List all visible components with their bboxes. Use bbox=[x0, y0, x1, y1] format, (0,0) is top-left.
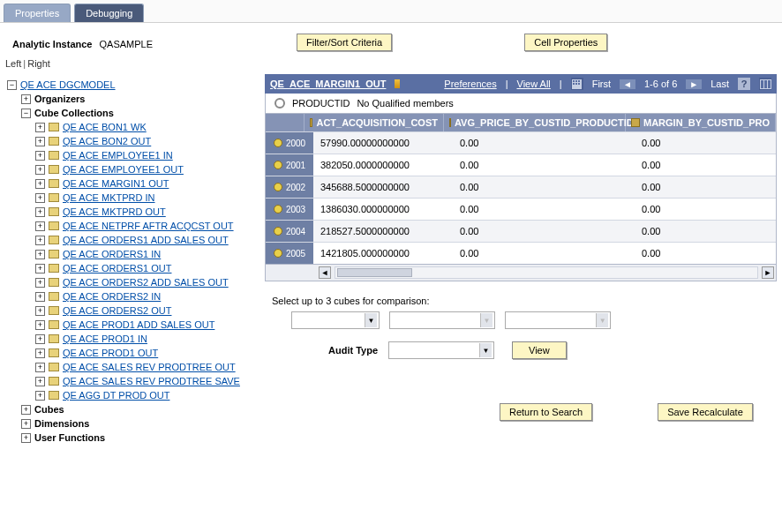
cell-properties-button[interactable]: Cell Properties bbox=[524, 34, 607, 51]
tree-root[interactable]: QE ACE DGCMODEL bbox=[20, 79, 116, 90]
tree-item[interactable]: QE ACE MARGIN1 OUT bbox=[63, 178, 169, 189]
expand-icon[interactable]: + bbox=[35, 320, 45, 330]
cube-icon bbox=[49, 165, 59, 174]
expand-icon[interactable]: + bbox=[35, 377, 45, 386]
tree-item[interactable]: QE ACE BON2 OUT bbox=[63, 136, 151, 146]
svg-rect-9 bbox=[764, 80, 767, 88]
tree-item[interactable]: QE ACE BON1 WK bbox=[63, 122, 147, 132]
expand-icon[interactable]: + bbox=[35, 363, 45, 372]
expand-icon[interactable]: + bbox=[35, 306, 45, 316]
tree-item[interactable]: QE ACE MKTPRD OUT bbox=[63, 206, 166, 217]
expand-icon[interactable]: + bbox=[35, 391, 45, 401]
cube-icon bbox=[49, 306, 59, 315]
preferences-link[interactable]: Preferences bbox=[444, 79, 496, 89]
grid-customize-icon[interactable] bbox=[759, 78, 771, 90]
compare-select-3[interactable]: ▼ bbox=[505, 311, 611, 329]
collapse-icon[interactable]: − bbox=[7, 80, 17, 90]
compare-select-1[interactable]: ▼ bbox=[291, 311, 380, 329]
row-year-header[interactable]: 2003 bbox=[266, 199, 313, 220]
audit-type-select[interactable]: ▼ bbox=[388, 341, 494, 359]
tree-organizers[interactable]: Organizers bbox=[34, 94, 85, 104]
collapse-icon[interactable]: − bbox=[21, 109, 31, 118]
row-marker-icon bbox=[274, 205, 282, 214]
tree-item[interactable]: QE ACE SALES REV PRODTREE SAVE bbox=[63, 376, 240, 386]
expand-icon[interactable]: + bbox=[35, 292, 45, 302]
tree-item[interactable]: QE ACE ORDERS2 OUT bbox=[63, 305, 171, 316]
tree-item[interactable]: QE ACE NETPRF AFTR ACQCST OUT bbox=[63, 221, 234, 231]
tree-cubes[interactable]: Cubes bbox=[34, 404, 64, 415]
scroll-right-icon[interactable]: ► bbox=[762, 266, 774, 279]
horizontal-scrollbar[interactable]: ◄ ► bbox=[265, 265, 777, 281]
expand-icon[interactable]: + bbox=[35, 207, 45, 217]
right-label[interactable]: Right bbox=[27, 58, 50, 69]
filter-sort-button[interactable]: Filter/Sort Criteria bbox=[297, 34, 392, 51]
tree-user-functions[interactable]: User Functions bbox=[34, 432, 105, 443]
tree-item[interactable]: QE ACE EMPLOYEE1 OUT bbox=[63, 164, 184, 175]
scrollbar-thumb[interactable] bbox=[337, 268, 412, 277]
first-label[interactable]: First bbox=[592, 79, 611, 89]
expand-icon[interactable]: + bbox=[21, 419, 31, 429]
row-year-header[interactable]: 2001 bbox=[266, 154, 313, 176]
expand-icon[interactable]: + bbox=[35, 151, 45, 161]
tree-item[interactable]: QE ACE PROD1 IN bbox=[63, 333, 147, 344]
tree-item[interactable]: QE ACE ORDERS1 IN bbox=[63, 249, 161, 259]
expand-icon[interactable]: + bbox=[35, 193, 45, 203]
expand-icon[interactable]: + bbox=[35, 137, 45, 146]
tree-cube-collections[interactable]: Cube Collections bbox=[34, 108, 114, 118]
prev-page-button[interactable]: ◄ bbox=[620, 79, 635, 89]
tree-item[interactable]: QE ACE ORDERS1 ADD SALES OUT bbox=[63, 235, 229, 245]
tab-debugging[interactable]: Debugging bbox=[74, 4, 144, 22]
tree-item[interactable]: QE ACE PROD1 ADD SALES OUT bbox=[63, 319, 214, 330]
svg-rect-2 bbox=[575, 80, 577, 82]
row-year-header[interactable]: 2004 bbox=[266, 221, 313, 242]
col-act[interactable]: ACT_ACQUISITION_COST bbox=[305, 114, 444, 131]
svg-rect-5 bbox=[575, 83, 577, 85]
expand-icon[interactable]: + bbox=[21, 405, 31, 415]
grid-download-icon[interactable] bbox=[571, 78, 583, 90]
row-year-header[interactable]: 2005 bbox=[266, 243, 313, 264]
last-label[interactable]: Last bbox=[711, 79, 729, 89]
compare-select-2[interactable]: ▼ bbox=[389, 311, 495, 329]
tree-item[interactable]: QE ACE MKTPRD IN bbox=[63, 192, 155, 203]
productid-radio[interactable] bbox=[274, 98, 285, 109]
expand-icon[interactable]: + bbox=[35, 334, 45, 344]
tree-item[interactable]: QE ACE ORDERS2 ADD SALES OUT bbox=[63, 277, 229, 288]
save-recalculate-button[interactable]: Save Recalculate bbox=[658, 403, 753, 421]
next-page-button[interactable]: ► bbox=[686, 79, 702, 89]
expand-icon[interactable]: + bbox=[35, 165, 45, 175]
col-avg[interactable]: AVG_PRICE_BY_CUSTID_PRODUCTID bbox=[444, 114, 626, 131]
view-button[interactable]: View bbox=[512, 341, 567, 359]
sort-indicator-icon[interactable] bbox=[395, 79, 400, 88]
tree-item[interactable]: QE ACE ORDERS2 IN bbox=[63, 291, 161, 302]
expand-icon[interactable]: + bbox=[35, 179, 45, 189]
tree-item[interactable]: QE ACE EMPLOYEE1 IN bbox=[63, 150, 173, 161]
expand-icon[interactable]: + bbox=[35, 221, 45, 231]
view-all-link[interactable]: View All bbox=[517, 79, 551, 89]
scroll-left-icon[interactable]: ◄ bbox=[319, 266, 331, 279]
tree-item[interactable]: QE ACE SALES REV PRODTREE OUT bbox=[63, 362, 236, 372]
svg-rect-4 bbox=[573, 83, 575, 85]
left-label[interactable]: Left bbox=[5, 58, 21, 69]
cube-icon bbox=[49, 193, 59, 202]
expand-icon[interactable]: + bbox=[35, 278, 45, 288]
col-mar[interactable]: MARGIN_BY_CUSTID_PRO bbox=[626, 114, 776, 131]
row-year-header[interactable]: 2002 bbox=[266, 176, 313, 198]
tab-properties[interactable]: Properties bbox=[4, 4, 71, 22]
help-icon[interactable]: ? bbox=[738, 78, 750, 90]
expand-icon[interactable]: + bbox=[35, 250, 45, 259]
expand-icon[interactable]: + bbox=[35, 123, 45, 132]
row-year-header[interactable]: 2000 bbox=[266, 132, 313, 154]
cell-mar: 0.00 bbox=[635, 199, 776, 220]
expand-icon[interactable]: + bbox=[21, 94, 31, 104]
scrollbar-track[interactable] bbox=[335, 266, 758, 279]
expand-icon[interactable]: + bbox=[35, 348, 45, 358]
expand-icon[interactable]: + bbox=[35, 236, 45, 245]
tree-dimensions[interactable]: Dimensions bbox=[34, 418, 89, 429]
return-to-search-button[interactable]: Return to Search bbox=[500, 403, 592, 421]
tree-item[interactable]: QE ACE ORDERS1 OUT bbox=[63, 263, 171, 273]
expand-icon[interactable]: + bbox=[21, 433, 31, 443]
tree-item[interactable]: QE AGG DT PROD OUT bbox=[63, 390, 169, 401]
expand-icon[interactable]: + bbox=[35, 264, 45, 273]
tree-item[interactable]: QE ACE PROD1 OUT bbox=[63, 348, 158, 358]
grid-title[interactable]: QE_ACE_MARGIN1_OUT bbox=[270, 79, 386, 89]
